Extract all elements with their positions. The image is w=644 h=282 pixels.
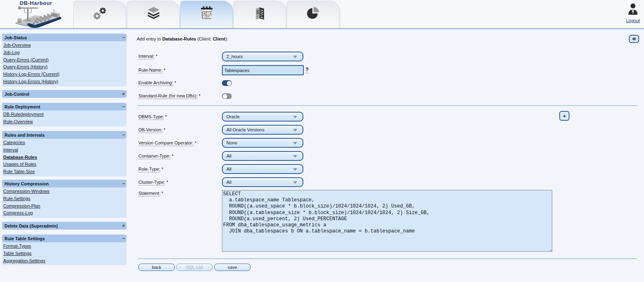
sidebar-item-compression-plan[interactable]: Compression-Plan	[3, 203, 127, 210]
sidebar-section-rule-table-settings: Rule Table Settings – Format-Types Table…	[2, 235, 127, 265]
sidebar-item-db-ruledeployment[interactable]: DB-Ruledeployment	[3, 111, 127, 118]
sidebar-item-rule-settings[interactable]: Rule-Settings	[3, 195, 127, 203]
rule-name-input[interactable]	[222, 65, 304, 75]
sidebar-section-rule-deployment: Rule Deployment – DB-Ruledeployment Rule…	[2, 103, 127, 126]
hamburger-bar	[633, 40, 636, 40]
menu-button[interactable]	[629, 35, 639, 43]
sidebar-item-compression-windows[interactable]: Compression-Windows	[3, 188, 127, 195]
select-value: All	[226, 180, 231, 185]
help-link[interactable]: ?	[305, 66, 309, 73]
back-button[interactable]: back	[138, 264, 175, 271]
cluster-type-label: Cluster-Type:*	[138, 180, 168, 185]
hamburger-bar	[633, 38, 636, 39]
section-header-history-compression[interactable]: History Compression –	[2, 180, 127, 187]
hamburger-icon	[633, 38, 636, 41]
select-value: 2_hours	[226, 54, 243, 59]
sidebar-section-history-compression: History Compression – Compression-Window…	[2, 180, 127, 218]
section-title: Rule Table Settings	[5, 236, 122, 241]
sidebar-item-compress-log[interactable]: Compress-Log	[3, 210, 127, 217]
rule-name-label: Rule-Name:*	[138, 68, 165, 72]
statement-textarea[interactable]: SELECT a.tablespace_name Tablespace, ROU…	[222, 190, 552, 252]
sidebar-item-history-log-errors-current[interactable]: History-Log-Errors (Current)	[3, 71, 127, 78]
harbour-ship-icon	[15, 4, 63, 29]
sidebar-item-rule-overview[interactable]: Rule-Overview	[3, 118, 127, 126]
user-icon	[628, 3, 638, 15]
section-title: Job-Control	[5, 92, 122, 97]
standard-rule-toggle[interactable]	[222, 93, 232, 99]
section-header-rule-deployment[interactable]: Rule Deployment –	[2, 103, 127, 111]
logout-box: Logout	[624, 3, 642, 24]
statement-label: Statement:*	[138, 191, 163, 196]
add-button[interactable]: +	[559, 111, 569, 121]
tab-reports[interactable]	[233, 1, 286, 28]
required-asterisk: *	[164, 127, 165, 132]
required-asterisk: *	[161, 191, 163, 196]
collapse-icon[interactable]: –	[122, 104, 125, 109]
tab-layers[interactable]	[127, 1, 180, 28]
section-header-job-control[interactable]: Job-Control ≡	[2, 90, 127, 98]
dbms-type-select[interactable]: Oracle	[222, 112, 303, 122]
required-asterisk: *	[166, 180, 168, 185]
sidebar-item-usages-of-rules[interactable]: Usages of Rules	[3, 161, 127, 168]
enable-archiving-toggle[interactable]	[222, 80, 232, 86]
label-text: Rule-Name:	[138, 68, 163, 73]
dbms-type-label: DBMS-Type:*	[138, 114, 167, 119]
logout-link[interactable]: Logout	[626, 18, 640, 23]
sidebar-item-history-log-errors-history[interactable]: History-Log-Errors (History)	[3, 78, 127, 86]
section-header-rules-and-intervals[interactable]: Rules and Intervals –	[2, 131, 127, 139]
expand-icon[interactable]: ≡	[122, 92, 125, 96]
sidebar-item-database-rules[interactable]: Database-Rules	[3, 154, 127, 161]
version-compare-operator-select[interactable]: None	[222, 138, 303, 148]
sidebar-section-job-control: Job-Control ≡	[2, 90, 127, 98]
section-title: History Compression	[5, 181, 122, 186]
label-text: Enable Archiving:	[138, 80, 173, 86]
cluster-type-select[interactable]: All	[222, 177, 303, 187]
section-header-rule-table-settings[interactable]: Rule Table Settings –	[2, 235, 127, 242]
sidebar-item-interval[interactable]: Interval	[3, 147, 127, 154]
section-header-delete-data[interactable]: Delete Data (Superadmin) ≡	[2, 222, 127, 230]
tab-statistics[interactable]	[287, 1, 339, 28]
sidebar-item-table-settings[interactable]: Table Settings	[3, 250, 127, 257]
section-items: Categories Interval Database-Rules Usage…	[2, 139, 127, 176]
required-asterisk: *	[164, 68, 165, 72]
chevron-down-icon	[293, 155, 297, 158]
role-type-select[interactable]: All	[222, 164, 303, 174]
section-header-job-status[interactable]: Job-Status –	[2, 34, 127, 41]
container-type-select[interactable]: All	[222, 151, 303, 161]
sidebar-item-query-errors-history[interactable]: Query-Errors (History)	[3, 63, 127, 71]
section-items: Compression-Windows Rule-Settings Compre…	[2, 187, 127, 218]
label-text: DB-Version:	[138, 127, 163, 133]
select-value: None	[226, 140, 237, 145]
interval-select[interactable]: 2_hours	[222, 52, 303, 61]
title-part: (Client:	[196, 36, 213, 41]
tab-settings[interactable]	[73, 1, 126, 28]
app-header: DB-Harbour	[0, 0, 644, 29]
chevron-down-icon	[293, 56, 297, 58]
sidebar-item-categories[interactable]: Categories	[3, 139, 127, 147]
label-text: Role-Type:	[138, 167, 160, 172]
sidebar-item-job-overview[interactable]: Job-Overview	[3, 42, 127, 49]
required-asterisk: *	[161, 167, 163, 171]
sql-call-button[interactable]: SQL call	[176, 264, 212, 271]
version-compare-operator-label: Version Compare Operator:*	[138, 140, 197, 145]
select-value: All	[226, 167, 231, 171]
collapse-icon[interactable]: –	[122, 133, 125, 137]
expand-icon[interactable]: ≡	[122, 223, 125, 228]
save-button[interactable]: save	[214, 264, 251, 271]
db-version-select[interactable]: All Oracle Versions	[222, 125, 303, 135]
sidebar-item-rule-table-size[interactable]: Rule Table-Size	[3, 168, 127, 176]
label-text: Interval:	[138, 54, 154, 59]
collapse-icon[interactable]: –	[122, 236, 125, 241]
sidebar-item-query-errors-current[interactable]: Query-Errors (Current)	[3, 56, 127, 64]
collapse-icon[interactable]: –	[122, 35, 125, 40]
required-asterisk: *	[199, 93, 200, 98]
sidebar-item-aggregation-settings[interactable]: Aggregation-Settings	[3, 257, 127, 265]
tab-calendar[interactable]	[180, 1, 233, 28]
interval-label: Interval:*	[138, 54, 157, 59]
sidebar-item-job-log[interactable]: Job-Log	[3, 49, 127, 56]
sidebar-item-format-types[interactable]: Format-Types	[3, 243, 127, 250]
collapse-icon[interactable]: –	[122, 181, 125, 186]
sidebar-section-rules-and-intervals: Rules and Intervals – Categories Interva…	[2, 131, 127, 176]
divider	[138, 258, 637, 259]
section-title: Rule Deployment	[5, 104, 122, 109]
